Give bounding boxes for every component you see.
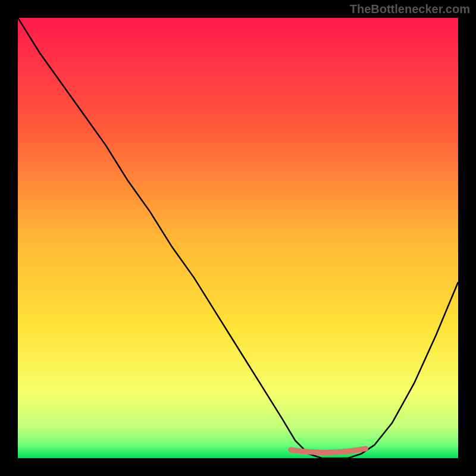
chart-container — [18, 18, 458, 458]
bottleneck-curve — [18, 18, 458, 458]
curve-layer — [18, 18, 458, 458]
watermark-text: TheBottlenecker.com — [350, 2, 470, 16]
optimal-range-marker — [291, 449, 366, 453]
